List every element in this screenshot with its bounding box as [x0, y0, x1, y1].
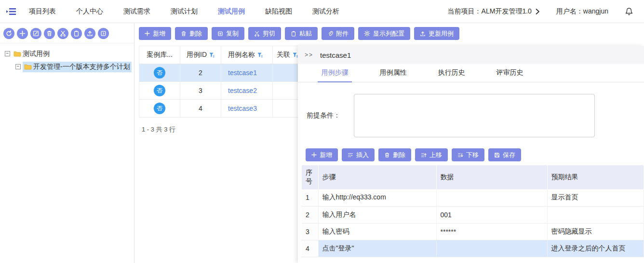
column-header-data: 数据 [436, 165, 547, 189]
tab-case-properties[interactable]: 用例属性 [364, 68, 422, 82]
clipboard-icon [291, 31, 296, 37]
filter-icon[interactable] [293, 53, 298, 58]
add-case-button[interactable]: 新增 [139, 27, 171, 40]
nav-item-defect-view[interactable]: 缺陷视图 [258, 7, 306, 16]
main-nav: 项目列表 个人中心 测试需求 测试计划 测试用例 缺陷视图 测试分析 [22, 7, 353, 16]
step-data[interactable] [436, 240, 547, 257]
step-no: 4 [302, 240, 318, 257]
case-lib-badge: 否 [154, 103, 165, 114]
tree-toolbar [0, 24, 134, 43]
tab-case-steps[interactable]: 用例步骤 [306, 68, 364, 82]
step-row[interactable]: 1 输入http://eq333.com 显示首页 [302, 189, 644, 206]
move-up-icon [421, 152, 427, 158]
tree-item-root[interactable]: − 测试用例 [5, 47, 134, 60]
column-header-case-id[interactable]: 用例ID [180, 46, 221, 64]
step-expected[interactable] [547, 206, 644, 223]
insert-icon [348, 152, 353, 158]
step-text[interactable]: 输入密码 [318, 223, 436, 240]
column-header-case-name[interactable]: 用例名称 [221, 46, 273, 64]
save-button[interactable]: 保存 [488, 148, 521, 161]
add-icon[interactable] [17, 28, 28, 39]
step-data[interactable]: ****** [436, 223, 547, 240]
step-row[interactable]: 2 输入用户名 001 [302, 206, 644, 223]
case-name-link[interactable]: testcase2 [228, 87, 257, 94]
insert-step-button[interactable]: 插入 [342, 148, 375, 161]
precondition-input[interactable] [354, 94, 595, 137]
nav-item-test-cases[interactable]: 测试用例 [211, 7, 258, 16]
case-id: 3 [180, 82, 221, 99]
nav-item-project-list[interactable]: 项目列表 [22, 7, 69, 16]
folder-icon [13, 51, 21, 57]
step-text[interactable]: 点击"登录" [318, 240, 436, 257]
column-config-button[interactable]: 显示列配置 [358, 27, 410, 40]
collapse-arrows-icon[interactable]: >> [305, 52, 313, 58]
step-row[interactable]: 4 点击"登录" 进入登录之后的个人首页 [302, 240, 644, 257]
refresh-icon[interactable] [3, 28, 14, 39]
export-icon[interactable] [98, 28, 109, 39]
case-lib-badge: 否 [154, 67, 165, 79]
attachment-button[interactable]: 附件 [322, 27, 354, 40]
detail-header: >> testcase1 [298, 46, 644, 64]
nav-item-test-plan[interactable]: 测试计划 [164, 7, 211, 16]
plus-icon [311, 152, 317, 158]
case-tree-sidebar: − 测试用例 − 开发管理-一个版本支持多个计划 [0, 24, 134, 263]
detail-tabs: 用例步骤 用例属性 执行历史 评审历史 [298, 64, 644, 82]
menu-collapse-icon[interactable] [0, 7, 22, 16]
step-no: 1 [302, 189, 318, 206]
tree-item-child[interactable]: − 开发管理-一个版本支持多个计划 [5, 60, 134, 73]
paperclip-icon [327, 31, 333, 37]
scissors-icon [254, 31, 260, 37]
step-expected[interactable]: 显示首页 [547, 189, 644, 206]
collapse-expander-icon[interactable]: − [15, 64, 21, 69]
update-case-button[interactable]: 更新用例 [414, 27, 459, 40]
delete-case-button[interactable]: 删除 [175, 27, 208, 40]
step-toolbar: 新增 插入 删除 上移 下移 保存 [306, 148, 644, 161]
nav-item-test-requirements[interactable]: 测试需求 [117, 7, 164, 16]
cut-case-button[interactable]: 剪切 [248, 27, 281, 40]
step-expected[interactable]: 进入登录之后的个人首页 [547, 240, 644, 257]
copy-icon [217, 31, 223, 37]
column-header-caselib[interactable]: 案例库... [139, 46, 180, 64]
case-tree: − 测试用例 − 开发管理-一个版本支持多个计划 [0, 43, 134, 73]
delete-icon[interactable] [44, 28, 55, 39]
tree-item-label: 开发管理-一个版本支持多个计划 [33, 63, 130, 71]
step-expected[interactable]: 密码隐藏显示 [547, 223, 644, 240]
filter-icon[interactable] [209, 53, 215, 58]
tab-review-history[interactable]: 评审历史 [481, 68, 539, 82]
case-detail-panel: >> testcase1 用例步骤 用例属性 执行历史 评审历史 前提条件： 新… [298, 46, 644, 263]
step-data[interactable] [436, 189, 547, 206]
upload-icon[interactable] [84, 28, 95, 39]
steps-table: 序号 步骤 数据 预期结果 1 输入http://eq333.com 显示首页 … [302, 165, 644, 257]
move-down-icon [457, 152, 463, 158]
step-row[interactable]: 3 输入密码 ****** 密码隐藏显示 [302, 223, 644, 240]
add-step-button[interactable]: 新增 [306, 148, 338, 161]
case-name-link[interactable]: testcase3 [228, 105, 257, 112]
notification-bell-icon[interactable] [625, 7, 633, 16]
precondition-label: 前提条件： [307, 111, 354, 120]
step-text[interactable]: 输入用户名 [318, 206, 436, 223]
step-data[interactable]: 001 [436, 206, 547, 223]
edit-icon[interactable] [30, 28, 41, 39]
move-up-button[interactable]: 上移 [415, 148, 448, 161]
nav-item-personal-center[interactable]: 个人中心 [69, 7, 117, 16]
paste-icon[interactable] [71, 28, 82, 39]
delete-step-button[interactable]: 删除 [378, 148, 411, 161]
step-text[interactable]: 输入http://eq333.com [318, 189, 436, 206]
current-project-switcher[interactable]: 当前项目：ALM开发管理1.0 [448, 7, 540, 16]
tab-execution-history[interactable]: 执行历史 [422, 68, 481, 82]
precondition-section: 前提条件： [307, 94, 644, 137]
nav-item-test-analysis[interactable]: 测试分析 [306, 7, 353, 16]
main-content: 新增 删除 复制 剪切 粘贴 附件 显示列配置 更新用例 [135, 24, 644, 263]
collapse-expander-icon[interactable]: − [5, 51, 10, 56]
cut-icon[interactable] [57, 28, 68, 39]
paste-case-button[interactable]: 粘贴 [285, 27, 318, 40]
gear-icon [364, 30, 370, 37]
column-header-step-no: 序号 [302, 165, 318, 189]
trash-icon [384, 152, 390, 158]
case-name-link[interactable]: testcase1 [228, 69, 257, 77]
case-id: 2 [180, 64, 221, 81]
filter-icon[interactable] [257, 53, 263, 58]
move-down-button[interactable]: 下移 [452, 148, 484, 161]
copy-case-button[interactable]: 复制 [212, 27, 244, 40]
top-bar: 项目列表 个人中心 测试需求 测试计划 测试用例 缺陷视图 测试分析 当前项目：… [0, 0, 644, 23]
